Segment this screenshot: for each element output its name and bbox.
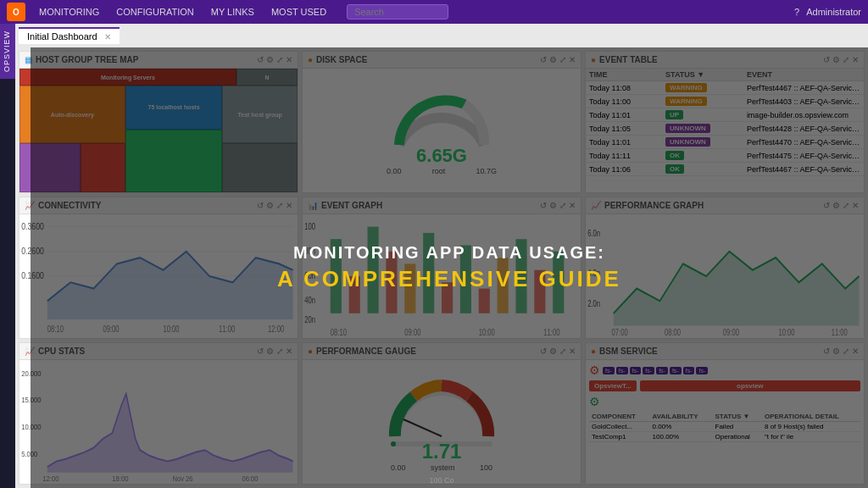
refresh-icon-cpu[interactable]: ↺: [257, 347, 264, 356]
nav-mylinks[interactable]: MY LINKS: [208, 5, 258, 19]
bsm-fs-6: fs-: [670, 367, 682, 374]
perfgraph-body: 6.0n 4.0n 2.0n 07:00 08:00 09:00 10:00 1…: [586, 214, 864, 338]
event-name: PerfTest4467 :: AEF-QA-ServiceChe...: [743, 163, 864, 176]
event-time: Today 11:00: [586, 95, 662, 108]
refresh-icon[interactable]: ↺: [257, 55, 264, 64]
event-status: UNKNOWN: [662, 136, 743, 149]
svg-rect-18: [331, 239, 342, 313]
gear-icon-disk[interactable]: ⚙: [549, 55, 557, 64]
refresh-icon-disk[interactable]: ↺: [540, 55, 547, 64]
svg-rect-27: [498, 258, 509, 313]
refresh-icon-event[interactable]: ↺: [823, 55, 830, 64]
refresh-icon-pg[interactable]: ↺: [823, 201, 830, 210]
nav-mostused[interactable]: MOST USED: [268, 5, 330, 19]
bsm-fs-2: fs-: [616, 367, 628, 374]
bsm-table: COMPONENT AVAILABILITY STATUS ▼ OPERATIO…: [589, 412, 860, 442]
nav-monitoring[interactable]: MONITORING: [36, 5, 103, 19]
expand-icon-pg[interactable]: ⤢: [843, 201, 849, 210]
refresh-icon-pfg[interactable]: ↺: [540, 347, 547, 356]
expand-icon-disk[interactable]: ⤢: [559, 55, 566, 64]
event-table-row: Today 11:01 UP image-builder.os.opsview.…: [586, 108, 864, 122]
bsm-avail-2: 100.00%: [650, 432, 713, 442]
gear-icon-conn[interactable]: ⚙: [266, 201, 274, 210]
gear-icon[interactable]: ⚙: [266, 55, 274, 64]
close-panel-icon-event[interactable]: ✕: [852, 55, 859, 64]
svg-text:100: 100: [304, 221, 315, 230]
bsm-nodes-row: OpsviewT... opsview: [589, 380, 860, 391]
bsm-status-2: Operational: [713, 432, 762, 442]
expand-icon-cpu[interactable]: ⤢: [276, 347, 283, 356]
svg-text:10:00: 10:00: [778, 328, 794, 337]
gauge-label: root: [432, 167, 446, 175]
app-logo[interactable]: O: [7, 3, 25, 21]
svg-text:08:00: 08:00: [665, 328, 681, 337]
gear-icon-pg[interactable]: ⚙: [832, 201, 840, 210]
treemap-cell-red: [81, 143, 125, 192]
panel-title-perfgauge: PERFORMANCE GAUGE: [316, 347, 537, 356]
svg-rect-23: [423, 233, 434, 313]
bsm-col-detail: OPERATIONAL DETAIL: [762, 412, 860, 422]
expand-icon-pfg[interactable]: ⤢: [559, 347, 566, 356]
treemap-panel-controls: ↺ ⚙ ⤢ ✕: [257, 55, 292, 64]
event-time: Today 11:01: [586, 136, 662, 149]
panel-header-cpu: 📈 CPU STATS ↺ ⚙ ⤢ ✕: [19, 343, 298, 360]
connectivity-body: 0.3600 0.2600 0.1600 08:10 09:00 10:00: [19, 214, 298, 338]
svg-text:6.0n: 6.0n: [587, 229, 600, 238]
svg-rect-28: [515, 239, 526, 313]
connectivity-icon: 📈: [25, 201, 35, 210]
event-table-row: Today 11:05 UNKNOWN PerfTest4428 :: AEF-…: [586, 122, 864, 136]
footer: 100 Co: [429, 476, 453, 485]
perfgauge-body: 1.71 0.00 system 100: [303, 360, 581, 484]
close-panel-icon-bsm[interactable]: ✕: [852, 347, 859, 356]
gear-icon-cpu[interactable]: ⚙: [266, 347, 274, 356]
panel-header-connectivity: 📈 CONNECTIVITY ↺ ⚙ ⤢ ✕: [19, 197, 298, 214]
gear-icon-pfg[interactable]: ⚙: [549, 347, 557, 356]
bsm-component-2: TestComp1: [589, 432, 650, 442]
close-panel-icon-pg[interactable]: ✕: [852, 201, 859, 210]
help-icon[interactable]: ?: [794, 7, 799, 17]
dashboard-tab[interactable]: Initial Dashboard ✕: [19, 27, 120, 44]
bsm-fs-5: fs-: [656, 367, 668, 374]
gear-icon-bsm[interactable]: ⚙: [832, 347, 840, 356]
admin-label[interactable]: Administrator: [806, 7, 861, 17]
nav-configuration[interactable]: CONFIGURATION: [113, 5, 197, 19]
bsm-body: ⚙ fs- fs- fs- fs- fs- fs- fs- fs-: [586, 360, 864, 484]
event-time: Today 11:11: [586, 149, 662, 163]
close-panel-icon-disk[interactable]: ✕: [569, 55, 576, 64]
close-panel-icon-pfg[interactable]: ✕: [569, 347, 576, 356]
panel-host-group-tree-map: ▦ HOST GROUP TREE MAP ↺ ⚙ ⤢ ✕ Opsview Mo…: [19, 51, 298, 193]
refresh-icon-bsm[interactable]: ↺: [823, 347, 830, 356]
event-status: UNKNOWN: [662, 122, 743, 136]
panel-title-bsm: BSM SERVICE: [599, 347, 820, 356]
svg-text:Nov 26: Nov 26: [172, 474, 192, 484]
bsm-detail-1: 8 of 9 Host(s) failed: [762, 422, 860, 432]
expand-icon-eg[interactable]: ⤢: [559, 201, 566, 210]
svg-rect-24: [442, 282, 453, 313]
panel-title-cpu: CPU STATS: [38, 347, 253, 356]
bsm-component-1: GoldCollect...: [589, 422, 650, 432]
gear-icon-event[interactable]: ⚙: [832, 55, 840, 64]
panel-title-disk: DISK SPACE: [316, 55, 537, 64]
refresh-icon-eg[interactable]: ↺: [540, 201, 547, 210]
event-icon: ●: [591, 55, 596, 64]
dashboard-tab-label: Initial Dashboard: [27, 31, 97, 42]
event-table-row: Today 11:01 UNKNOWN PerfTest4470 :: AEF-…: [586, 136, 864, 149]
svg-text:07:00: 07:00: [612, 328, 628, 337]
close-tab-icon[interactable]: ✕: [104, 32, 111, 42]
search-input[interactable]: [347, 4, 448, 19]
expand-icon-conn[interactable]: ⤢: [276, 201, 283, 210]
side-tab[interactable]: OPSVIEW: [0, 24, 15, 79]
gear-icon-eg[interactable]: ⚙: [549, 201, 557, 210]
svg-marker-38: [614, 252, 860, 326]
close-panel-icon[interactable]: ✕: [286, 55, 292, 64]
refresh-icon-conn[interactable]: ↺: [257, 201, 264, 210]
expand-icon[interactable]: ⤢: [276, 55, 283, 64]
logo-text: O: [13, 8, 19, 17]
expand-icon-event[interactable]: ⤢: [843, 55, 849, 64]
disk-gauge-value: 6.65G: [416, 145, 467, 167]
close-panel-icon-eg[interactable]: ✕: [569, 201, 576, 210]
expand-icon-bsm[interactable]: ⤢: [843, 347, 849, 356]
close-panel-icon-conn[interactable]: ✕: [286, 201, 292, 210]
close-panel-icon-cpu[interactable]: ✕: [286, 347, 292, 356]
svg-text:0.1600: 0.1600: [21, 270, 44, 280]
